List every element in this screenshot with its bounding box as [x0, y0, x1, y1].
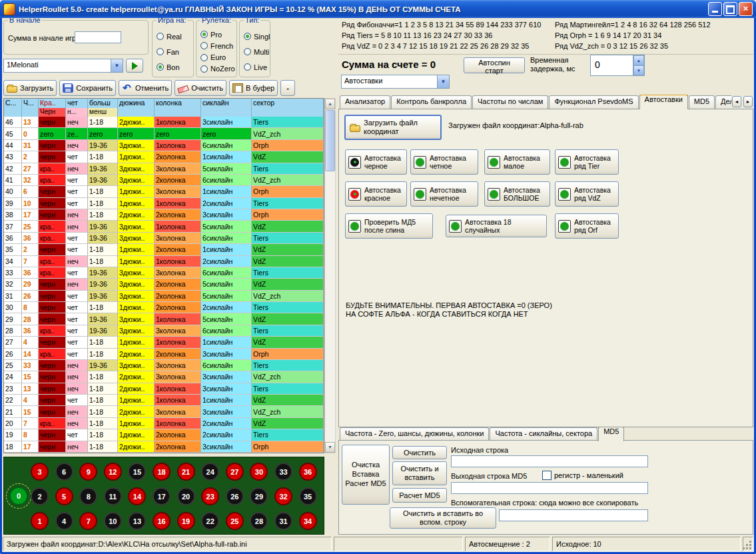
- radio-live[interactable]: Live: [244, 63, 268, 71]
- minimize-button[interactable]: [708, 2, 722, 16]
- tab-частоты-по-числам[interactable]: Частоты по числам: [472, 95, 548, 109]
- board-number-31[interactable]: 31: [274, 512, 292, 530]
- clear-button[interactable]: Очистить: [175, 80, 226, 96]
- table-row[interactable]: 198чернчет1-181дюжи..2колонка2сиклайнTie…: [4, 429, 324, 441]
- table-row[interactable]: 4613черннеч1-182дюжи..1колонка3сиклайнTi…: [4, 117, 324, 128]
- board-number-21[interactable]: 21: [177, 463, 195, 481]
- bet-button-6[interactable]: Автоставка БОЛЬШОЕ: [484, 181, 550, 207]
- table-row[interactable]: 3126чернчет19-363дюжи..2колонка5сиклайнV…: [4, 291, 324, 302]
- play-button[interactable]: [126, 59, 143, 73]
- board-number-26[interactable]: 26: [226, 487, 244, 505]
- board-number-12[interactable]: 12: [104, 463, 122, 481]
- board-number-32[interactable]: 32: [274, 487, 292, 505]
- lowercase-checkbox[interactable]: [542, 471, 552, 480]
- board-number-27[interactable]: 27: [226, 463, 244, 481]
- chevron-down-icon[interactable]: ▼: [111, 59, 123, 72]
- tab-контроль-банкролла[interactable]: Контроль банкролла: [391, 95, 472, 109]
- md5-clear-button[interactable]: Очистить: [392, 446, 447, 459]
- board-number-7[interactable]: 7: [79, 512, 97, 530]
- tab-частота-zero-шансы-дюжины-колонки[interactable]: Частота - Zero, шансы, дюжины, колонки: [340, 427, 489, 441]
- md5-clear-and-paste-button[interactable]: Очистить и вставить: [392, 461, 447, 485]
- chevron-down-icon[interactable]: ▼: [437, 75, 449, 88]
- board-number-14[interactable]: 14: [128, 487, 146, 505]
- autospin-start-button[interactable]: Автоспин старт: [464, 57, 525, 73]
- board-number-3[interactable]: 3: [31, 463, 49, 481]
- table-row[interactable]: 2313черннеч1-182дюжи..1колонка3сиклайнTi…: [4, 383, 324, 395]
- tab-делени[interactable]: Делени: [715, 95, 731, 109]
- table-row[interactable]: 4431черннеч19-363дюжи..1колонка6сиклайнO…: [4, 140, 324, 151]
- board-number-34[interactable]: 34: [299, 512, 317, 530]
- aux-string-input[interactable]: [499, 509, 648, 521]
- radio-nozero[interactable]: NoZero: [200, 65, 235, 73]
- board-number-11[interactable]: 11: [104, 487, 122, 505]
- close-button[interactable]: ×: [739, 2, 753, 16]
- bet-button-4[interactable]: Автоставка красное: [345, 181, 407, 207]
- board-number-35[interactable]: 35: [299, 487, 317, 505]
- column-header[interactable]: колонка: [155, 99, 201, 117]
- column-header[interactable]: большменш: [88, 99, 118, 117]
- spinner-down-icon[interactable]: ▼: [633, 65, 644, 75]
- table-row[interactable]: 2415черннеч1-182дюжи..3колонка3сиклайнVd…: [4, 371, 324, 383]
- board-number-22[interactable]: 22: [201, 512, 219, 530]
- bet-button-1[interactable]: Автоставка четное: [410, 149, 478, 175]
- autobets-select[interactable]: Автоставки ▼: [341, 75, 450, 89]
- tab-анализатор[interactable]: Анализатор: [340, 95, 390, 109]
- buffer-button[interactable]: В буфер: [229, 80, 278, 96]
- table-row[interactable]: 432чернчет1-181дюжи..2колонка1сиклайнVdZ: [4, 151, 324, 163]
- bet-button-7[interactable]: Автоставка ряд VdZ: [555, 181, 619, 207]
- board-number-30[interactable]: 30: [250, 463, 268, 481]
- radio-french[interactable]: French: [200, 42, 235, 50]
- bet-button-10[interactable]: Автоставка ряд Orf: [555, 213, 619, 239]
- table-row[interactable]: 2928чернчет19-363дюжи..1колонка5сиклайнV…: [4, 313, 324, 325]
- tab-md5[interactable]: MD5: [689, 95, 715, 109]
- radio-euro[interactable]: Euro: [200, 53, 235, 61]
- board-number-1[interactable]: 1: [31, 512, 49, 530]
- save-button[interactable]: Сохранить: [59, 80, 116, 96]
- board-number-33[interactable]: 33: [274, 463, 292, 481]
- profile-select[interactable]: 1Melonati ▼: [3, 59, 123, 73]
- tabs-scroll-left-button[interactable]: ◄: [732, 96, 741, 107]
- board-number-16[interactable]: 16: [153, 512, 171, 530]
- bet-button-8[interactable]: Проверить МД5 после спина: [345, 213, 433, 239]
- board-number-19[interactable]: 19: [177, 512, 195, 530]
- scrollbar-thumb[interactable]: [325, 110, 335, 171]
- tab-md5[interactable]: MD5: [598, 427, 624, 441]
- board-number-6[interactable]: 6: [55, 463, 73, 481]
- table-row[interactable]: 274чернчет1-181дюжи..1колонка1сиклайнVdZ: [4, 337, 324, 348]
- board-number-0[interactable]: 0: [9, 487, 28, 505]
- column-header[interactable]: С...: [4, 99, 22, 117]
- tab-частота-сиклайны-сектора[interactable]: Частота - сиклайны, сектора: [490, 427, 597, 441]
- radio-real[interactable]: Real: [157, 33, 192, 41]
- board-number-25[interactable]: 25: [226, 512, 244, 530]
- table-row[interactable]: 3336кра..чет19-363дюжи..3колонка6сиклайн…: [4, 267, 324, 279]
- md5-clear-paste-aux-button[interactable]: Очистить и вставить во вспом. строку: [390, 507, 496, 529]
- tab-функционал-psevdoms[interactable]: Функционал PsevdoMS: [549, 95, 638, 109]
- column-header[interactable]: Кра..Черн: [39, 99, 66, 117]
- board-number-20[interactable]: 20: [177, 487, 195, 505]
- bet-button-3[interactable]: Автоставка ряд Tier: [555, 149, 619, 175]
- board-number-2[interactable]: 2: [31, 487, 49, 505]
- table-row[interactable]: 352чернчет1-181дюжи..2колонка1сиклайнVdZ: [4, 244, 324, 255]
- radio-bon[interactable]: Bon: [157, 63, 192, 71]
- board-number-36[interactable]: 36: [299, 463, 317, 481]
- table-scrollbar[interactable]: ▲ ▼: [324, 98, 336, 453]
- undo-button[interactable]: Отменить: [119, 80, 172, 96]
- md5-clear-paste-calc-button[interactable]: Очистка Вставка Расчет MD5: [342, 445, 390, 505]
- scroll-up-icon[interactable]: ▲: [325, 99, 335, 109]
- tab-автоставки[interactable]: Автоставки: [639, 95, 688, 109]
- board-number-28[interactable]: 28: [250, 512, 268, 530]
- spinner-up-icon[interactable]: ▲: [633, 55, 644, 65]
- column-header[interactable]: дюжина: [118, 99, 155, 117]
- board-number-23[interactable]: 23: [201, 487, 219, 505]
- table-row[interactable]: 3910чернчет1-181дюжи..1колонка2сиклайнTi…: [4, 198, 324, 209]
- bet-button-0[interactable]: Автоставка черное: [345, 149, 407, 175]
- radio-multi[interactable]: Multi: [244, 48, 268, 56]
- md5-calc-button[interactable]: Расчет MD5: [392, 488, 447, 503]
- bet-button-9[interactable]: Автоставка 18 случайных: [446, 215, 547, 237]
- delay-spinner[interactable]: 0 ▲ ▼: [590, 55, 645, 76]
- board-number-13[interactable]: 13: [128, 512, 146, 530]
- load-coords-button[interactable]: Загрузить файл координат: [344, 115, 442, 140]
- source-string-input[interactable]: [451, 455, 648, 467]
- output-string-input[interactable]: [451, 482, 648, 494]
- board-number-29[interactable]: 29: [250, 487, 268, 505]
